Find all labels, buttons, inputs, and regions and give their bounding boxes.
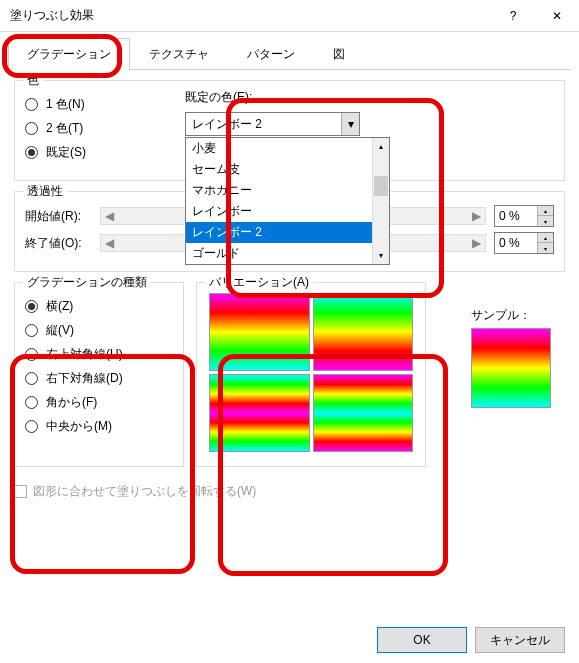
window-title: 塗りつぶし効果 bbox=[10, 7, 491, 24]
ok-button[interactable]: OK bbox=[377, 627, 467, 653]
preset-opt-0[interactable]: 小麦 bbox=[186, 138, 389, 159]
tab-strip: グラデーション テクスチャ パターン 図 bbox=[0, 32, 579, 70]
preset-opt-3[interactable]: レインボー bbox=[186, 201, 389, 222]
scroll-down-icon[interactable]: ▾ bbox=[373, 247, 389, 264]
dropdown-scrollbar[interactable]: ▴ ▾ bbox=[372, 138, 389, 264]
preset-opt-2[interactable]: マホガニー bbox=[186, 180, 389, 201]
tab-pattern[interactable]: パターン bbox=[228, 38, 314, 70]
chevron-down-icon[interactable]: ▾ bbox=[341, 113, 359, 135]
spin-up-icon[interactable]: ▴ bbox=[537, 206, 553, 216]
trans-end-spin[interactable]: 0 % ▴ ▾ bbox=[494, 232, 554, 254]
preset-opt-5[interactable]: ゴールド bbox=[186, 243, 389, 264]
gtype-title: グラデーションの種類 bbox=[23, 274, 151, 291]
preset-opt-1[interactable]: セーム皮 bbox=[186, 159, 389, 180]
variation-2[interactable] bbox=[313, 293, 414, 371]
variation-1[interactable] bbox=[209, 293, 310, 371]
trans-start-spin[interactable]: 0 % ▴ ▾ bbox=[494, 205, 554, 227]
gtype-from-center[interactable]: 中央から(M) bbox=[25, 418, 173, 435]
color-group: 色 1 色(N) 2 色(T) 既定(S) 既定の色(E): レインボー 2 ▾… bbox=[14, 80, 565, 181]
trans-start-label: 開始値(R): bbox=[25, 208, 100, 225]
rotate-with-shape-check: 図形に合わせて塗りつぶしを回転する(W) bbox=[14, 483, 565, 500]
variation-4[interactable] bbox=[313, 374, 414, 452]
title-bar: 塗りつぶし効果 ? ✕ bbox=[0, 0, 579, 32]
variation-3[interactable] bbox=[209, 374, 310, 452]
preset-color-label: 既定の色(E): bbox=[185, 89, 554, 106]
spin-down-icon[interactable]: ▾ bbox=[537, 243, 553, 253]
variations-title: バリエーション(A) bbox=[205, 274, 313, 291]
gradation-type-group: グラデーションの種類 横(Z) 縦(V) 右上対角線(U) 右下対角線(D) 角… bbox=[14, 282, 184, 467]
spin-up-icon[interactable]: ▴ bbox=[537, 233, 553, 243]
preset-color-combo[interactable]: レインボー 2 ▾ 小麦 セーム皮 マホガニー レインボー レインボー 2 ゴー… bbox=[185, 112, 360, 136]
tab-gradation[interactable]: グラデーション bbox=[8, 38, 130, 71]
tab-picture[interactable]: 図 bbox=[314, 38, 364, 70]
checkbox-icon bbox=[14, 485, 27, 498]
close-button[interactable]: ✕ bbox=[535, 0, 579, 32]
tab-content: 色 1 色(N) 2 色(T) 既定(S) 既定の色(E): レインボー 2 ▾… bbox=[0, 70, 579, 508]
help-button[interactable]: ? bbox=[491, 0, 535, 32]
trans-end-label: 終了値(O): bbox=[25, 235, 100, 252]
scroll-up-icon[interactable]: ▴ bbox=[373, 138, 389, 155]
radio-preset[interactable]: 既定(S) bbox=[25, 144, 185, 161]
radio-one-color[interactable]: 1 色(N) bbox=[25, 96, 185, 113]
tab-texture[interactable]: テクスチャ bbox=[130, 38, 228, 70]
sample-swatch bbox=[471, 328, 551, 408]
color-group-title: 色 bbox=[23, 72, 43, 89]
gtype-horizontal[interactable]: 横(Z) bbox=[25, 298, 173, 315]
dialog-footer: OK キャンセル bbox=[377, 627, 565, 653]
sample-area: サンプル： bbox=[471, 307, 561, 408]
gtype-diag-down[interactable]: 右下対角線(D) bbox=[25, 370, 173, 387]
gtype-from-corner[interactable]: 角から(F) bbox=[25, 394, 173, 411]
preset-color-value: レインボー 2 bbox=[192, 116, 262, 133]
scroll-thumb[interactable] bbox=[374, 176, 388, 196]
gtype-vertical[interactable]: 縦(V) bbox=[25, 322, 173, 339]
trans-title: 透過性 bbox=[23, 183, 67, 200]
gtype-diag-up[interactable]: 右上対角線(U) bbox=[25, 346, 173, 363]
variations-group: バリエーション(A) bbox=[196, 282, 426, 467]
radio-two-color[interactable]: 2 色(T) bbox=[25, 120, 185, 137]
sample-label: サンプル： bbox=[471, 307, 561, 324]
preset-opt-4[interactable]: レインボー 2 bbox=[186, 222, 389, 243]
spin-down-icon[interactable]: ▾ bbox=[537, 216, 553, 226]
cancel-button[interactable]: キャンセル bbox=[475, 627, 565, 653]
preset-color-dropdown: 小麦 セーム皮 マホガニー レインボー レインボー 2 ゴールド ▴ ▾ bbox=[185, 137, 390, 265]
